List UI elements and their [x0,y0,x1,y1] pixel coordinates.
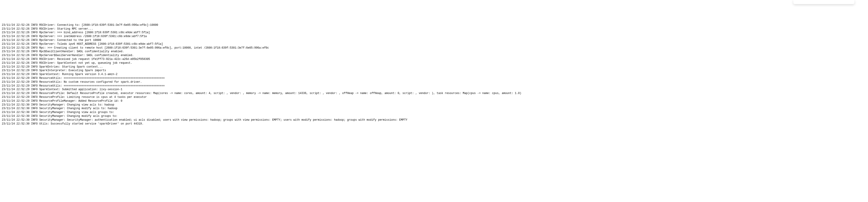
log-line: 23/11/24 22:52:26 INFO RpcServer: Connec… [2,38,866,42]
log-line: 23/11/24 22:52:30 INFO SecurityManager: … [2,114,866,118]
log-line: 23/11/24 22:52:29 INFO ResourceProfileMa… [2,99,866,103]
log-line: 23/11/24 22:52:29 INFO SparkContext: Run… [2,72,866,76]
log-line: 23/11/24 22:52:30 INFO Utils: Successful… [2,122,866,126]
log-line: 23/11/24 22:52:26 INFO RpcServer$SaslSer… [2,54,866,57]
log-line: 23/11/24 22:52:30 INFO SecurityManager: … [2,118,866,122]
log-line: 23/11/24 22:52:29 INFO ResourceUtils: No… [2,80,866,84]
log-line: 23/11/24 22:52:26 INFO RSCDriver: Starti… [2,27,866,31]
log-line: 23/11/24 22:52:29 INFO ResourceUtils: ==… [2,84,866,88]
log-line: 23/11/24 22:52:29 INFO ResourceProfile: … [2,92,866,95]
log-line: 23/11/24 22:52:29 INFO SparkContext: Sub… [2,88,866,92]
log-line: 23/11/24 22:52:30 INFO SecurityManager: … [2,110,866,114]
log-line: 23/11/24 22:52:26 INFO RpcServer: >>> bi… [2,31,866,35]
log-output: 23/11/24 22:52:26 INFO RSCDriver: Connec… [2,23,866,126]
log-line: 23/11/24 22:52:29 INFO ResourceProfile: … [2,95,866,99]
log-line: 23/11/24 22:52:26 INFO RSCDriver: Receiv… [2,57,866,61]
log-line: 23/11/24 22:52:26 INFO Rpc$SaslClientHan… [2,50,866,54]
log-line: 23/11/24 22:52:26 INFO RSCDriver: SparkC… [2,61,866,65]
log-line: 23/11/24 22:52:29 INFO ResourceUtils: ==… [2,76,866,80]
log-line: 23/11/24 22:52:30 INFO SecurityManager: … [2,107,866,110]
log-line: 23/11/24 22:52:30 INFO SecurityManager: … [2,103,866,107]
tooltip-remnant [794,0,855,4]
log-line: 23/11/24 22:52:26 INFO RSCDriver: Connec… [2,23,866,27]
log-line: 23/11/24 22:52:29 INFO SparkEntries: Sta… [2,65,866,69]
log-line: 23/11/24 22:52:29 INFO SparkInterpreter:… [2,69,866,72]
log-line: 23/11/24 22:52:26 INFO Rpc: >>> Creating… [2,46,866,50]
log-line: 23/11/24 22:52:26 INFO RpcServer: Toledo… [2,42,866,46]
log-line: 23/11/24 22:52:26 INFO RpcServer: >>> in… [2,35,866,38]
